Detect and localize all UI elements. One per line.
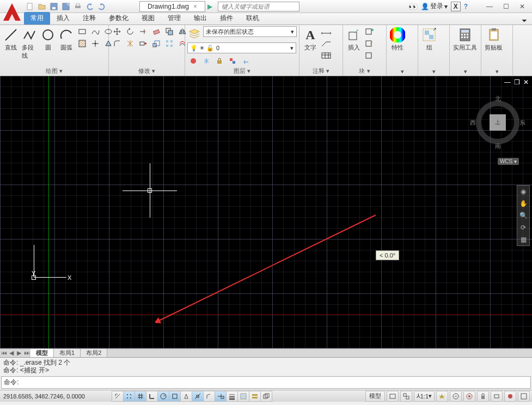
layer-off-icon[interactable] [187, 56, 199, 66]
exchange-icon[interactable]: X [451, 2, 461, 11]
lineweight-icon[interactable] [226, 391, 238, 402]
scale-icon[interactable] [150, 38, 162, 49]
redo-icon[interactable] [97, 2, 107, 11]
wcs-dropdown[interactable]: WCS ▾ [498, 158, 519, 165]
arc-button[interactable]: 圆弧 [58, 26, 75, 53]
trim-icon[interactable] [137, 26, 149, 37]
explode-icon[interactable] [124, 38, 136, 49]
hardware-accel-icon[interactable] [491, 391, 503, 402]
rect-icon[interactable] [76, 26, 88, 37]
steering-wheel-icon[interactable]: ◉ [517, 186, 529, 198]
tab-online[interactable]: 联机 [240, 12, 266, 24]
tab-model[interactable]: 模型 [30, 349, 54, 357]
tab-annotate[interactable]: 注释 [76, 12, 102, 24]
close-button[interactable]: ✕ [515, 2, 530, 11]
tab-next-icon[interactable]: ▶ [15, 349, 23, 357]
panel-block-title[interactable]: 块 ▾ [345, 66, 384, 76]
login-button[interactable]: 👤 登录 ▾ [421, 2, 448, 11]
tab-home[interactable]: 常用 [24, 12, 50, 24]
doc-close-button[interactable]: ✕ [523, 78, 529, 86]
play-icon[interactable]: ▶ [207, 3, 212, 10]
tab-plugin[interactable]: 插件 [213, 12, 240, 24]
polar-icon[interactable] [157, 391, 169, 402]
doc-min-button[interactable]: — [504, 78, 511, 86]
tab-first-icon[interactable]: ⏮ [0, 349, 8, 357]
annotation-scale-icon[interactable]: ⅄1:1▾ [414, 391, 435, 402]
layer-match-icon[interactable] [227, 56, 239, 66]
dimension-icon[interactable] [320, 26, 332, 37]
drawing-area[interactable]: Y X < 0.0° — ❐ ✕ 上 北 南 东 西 WCS ▾ ◉ ✋ 🔍 ⟳… [0, 76, 532, 348]
undo-icon[interactable] [85, 2, 95, 11]
transparency-icon[interactable] [237, 391, 249, 402]
close-file-icon[interactable]: × [193, 3, 197, 10]
tab-layout2[interactable]: 布局2 [81, 349, 107, 357]
print-icon[interactable] [73, 2, 83, 11]
saveas-icon[interactable] [61, 2, 71, 11]
panel-draw-title[interactable]: 绘图 ▾ [2, 66, 106, 76]
new-icon[interactable] [25, 2, 35, 11]
erase-icon[interactable] [150, 26, 162, 37]
panel-props-title[interactable]: ▾ [389, 68, 415, 76]
edit-block-icon[interactable] [364, 38, 376, 49]
app-icon[interactable] [2, 2, 22, 22]
snap-icon[interactable] [123, 391, 135, 402]
clipboard-button[interactable]: 剪贴板 [484, 26, 504, 53]
tab-view[interactable]: 视图 [135, 12, 161, 24]
layer-state-dropdown[interactable]: 未保存的图层状态 ▾ [203, 26, 297, 37]
workspace-icon[interactable] [463, 391, 475, 402]
insert-button[interactable]: 插入 [345, 26, 363, 53]
panel-modify-title[interactable]: 修改 ▾ [111, 66, 182, 76]
tab-last-icon[interactable]: ⏭ [23, 349, 30, 357]
tab-manage[interactable]: 管理 [161, 12, 187, 24]
doc-restore-button[interactable]: ❐ [514, 78, 520, 86]
grid-icon[interactable] [134, 391, 146, 402]
model-space-button[interactable]: 模型 [365, 391, 385, 402]
panel-clip-title[interactable]: ▾ [484, 68, 510, 76]
minimize-button[interactable]: — [482, 2, 497, 11]
isolate-icon[interactable] [504, 391, 516, 402]
orbit-icon[interactable]: ⟳ [517, 222, 529, 234]
hatch-icon[interactable] [76, 38, 88, 49]
binocular-icon[interactable]: 👀 [408, 2, 418, 11]
3dosnap-icon[interactable] [180, 391, 192, 402]
command-input[interactable] [19, 378, 528, 387]
open-icon[interactable] [37, 2, 47, 11]
otrack-icon[interactable] [192, 391, 204, 402]
annotation-autoscale-icon[interactable] [450, 391, 462, 402]
maximize-button[interactable]: ☐ [498, 2, 513, 11]
quickview-drawings-icon[interactable] [400, 391, 412, 402]
fillet-icon[interactable] [111, 38, 123, 49]
quickprops-icon[interactable] [249, 391, 261, 402]
layer-dropdown[interactable]: 💡 ☀ 🔓 0 ▾ [187, 42, 296, 53]
tab-insert[interactable]: 插入 [50, 12, 76, 24]
help-icon[interactable]: ? [464, 3, 468, 10]
circle-button[interactable]: 圆 [39, 26, 57, 53]
stretch-icon[interactable] [137, 38, 149, 49]
layer-freeze-icon[interactable] [200, 56, 212, 66]
file-tab[interactable]: Drawing1.dwg × [139, 1, 205, 12]
toolbar-lock-icon[interactable] [477, 391, 489, 402]
panel-utils-title[interactable]: ▾ [452, 68, 479, 76]
panel-annotate-title[interactable]: 注释 ▾ [302, 66, 340, 76]
edit-attrib-icon[interactable] [364, 50, 376, 61]
panel-group-title[interactable]: ▾ [420, 68, 447, 76]
clean-screen-icon[interactable] [518, 391, 530, 402]
rotate-icon[interactable] [124, 26, 136, 37]
line-button[interactable]: 直线 [2, 26, 20, 53]
panel-layer-title[interactable]: 图层 ▾ [187, 66, 297, 76]
layer-lock-icon[interactable] [213, 56, 225, 66]
tabs-expand-icon[interactable]: ⏷ [521, 17, 528, 24]
polyline-button[interactable]: 多段线 [21, 26, 38, 61]
search-input[interactable] [218, 2, 299, 11]
osnap-icon[interactable] [169, 391, 181, 402]
spline-icon[interactable] [89, 26, 101, 37]
group-button[interactable]: 组 [420, 26, 438, 53]
annotation-visibility-icon[interactable] [436, 391, 448, 402]
pan-icon[interactable]: ✋ [517, 198, 529, 210]
copy-icon[interactable] [163, 26, 175, 37]
tab-output[interactable]: 输出 [187, 12, 213, 24]
ducs-icon[interactable] [203, 391, 215, 402]
utils-button[interactable]: 实用工具 [452, 26, 478, 53]
leader-icon[interactable] [320, 38, 332, 49]
quickview-layouts-icon[interactable] [387, 391, 399, 402]
